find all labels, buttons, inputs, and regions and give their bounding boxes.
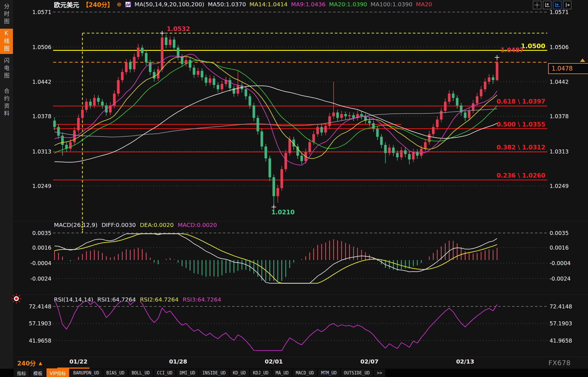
sidebar-item-label: 合约资料 [3,88,10,118]
tab-ma-ud[interactable]: MA_UD [272,369,292,377]
axis-label-right: 0.0035 [550,230,568,236]
watermark: FX678 [548,359,571,367]
axis-label-right: 57.1903 [550,320,572,327]
sidebar-item-kline-chart[interactable]: K线图 [0,29,13,54]
tab-indicators[interactable]: 指标 [14,368,29,377]
macd-dea-value: DEA:0.0020 [140,221,174,228]
macd-title: MACD(26,12,9) [54,221,98,228]
macd-histogram [54,239,497,281]
ma20-label: MA20 [416,1,432,8]
live-indicator-icon [11,293,22,305]
tab-inside-ud[interactable]: INSIDE_UD [199,369,229,377]
sidebar-item-contract-info[interactable]: 合约资料 [0,85,13,121]
high-price-label: 1.0532 [167,26,190,32]
fib-label: 0.618 \ 1.0397 [497,98,545,105]
axis-label-left: 0.0035 [13,230,51,236]
price-up-arrow-icon [580,59,585,62]
axis-label-right: 1.0249 [550,183,568,189]
axis-label-left: -0.0004 [13,260,51,266]
interval-badge: 【240分】 [83,0,113,9]
tab-mtm-ud[interactable]: MTM_UD [318,369,340,377]
fib-label: 0.382 \ 1.0312 [497,144,545,151]
axis-fit-icon[interactable] [543,1,551,9]
panel-separator [13,221,588,221]
axis-label-right: 1.0378 [550,113,568,119]
swing-high-label: 1.0487 [501,47,524,54]
axis-label-right: 0.0016 [550,244,568,251]
axis-label-left: 1.0442 [13,79,51,85]
fib-label: 0.500 \ 1.0355 [497,121,545,128]
tab-vip-indicators[interactable]: VIP指标 [46,368,69,377]
axis-label-left: 1.0506 [13,44,51,50]
tab-barupdn-ud[interactable]: BARUPDN_UD [70,369,102,377]
price-chart[interactable]: 0.618 \ 1.03970.500 \ 1.03550.382 \ 1.03… [53,9,547,221]
symbol-title: 欧元美元 [54,0,79,9]
tab-boll-ud[interactable]: BOLL_UD [128,369,153,377]
date-tick: 02/01 [262,358,285,365]
axis-label-right: -0.0004 [550,260,571,266]
axis-label-left: 1.0249 [13,183,51,189]
panel-separator [13,357,588,357]
panel-separator [13,294,588,295]
ma9-value: MA9:1.0436 [291,1,326,8]
sidebar-item-label: 分时图 [3,3,10,26]
ma100-value: MA100:1.0390 [371,1,412,8]
goto-latest-icon[interactable] [563,1,571,9]
axis-label-right: 1.0442 [550,79,568,85]
macd-macd-value: MACD:0.0020 [178,221,217,228]
sidebar-item-time-chart[interactable]: 分时图 [0,2,13,28]
macd-chart[interactable] [53,230,547,290]
chart-toolbar [533,1,571,9]
fib-label: 0.236 \ 1.0260 [497,172,545,179]
candles [53,33,499,207]
sidebar-item-lightning-chart[interactable]: 闪电图 [0,56,13,82]
move-cross-icon[interactable] [533,1,541,9]
tab-dmi-ud[interactable]: DMI_UD [176,369,198,377]
ma14-value: MA14:1.0414 [249,1,287,8]
chart-header: 欧元美元 【240分】 ⊕ MA(50,14,9,20,100,200) MA5… [54,0,432,9]
tab-kdj-ud[interactable]: KDJ_UD [250,369,272,377]
axis-label-left: 57.1903 [13,320,51,327]
current-price-box: 1.0478 [548,63,588,74]
dea-line [54,234,497,283]
macd-header: MACD(26,12,9) DIFF:0.0030 DEA:0.0020 MAC… [54,221,217,228]
ma-line-MA20 [54,60,497,153]
date-tick: 01/28 [167,358,190,365]
macd-diff-value: DIFF:0.0030 [102,221,136,228]
rsi-chart[interactable] [53,301,547,356]
axis-label-left: -0.0024 [13,275,51,282]
tab-outside-ud[interactable]: OUTSIDE_UD [341,369,373,377]
axis-label-left: 1.0571 [13,9,51,15]
diff-line [54,234,497,283]
axis-play-icon[interactable] [553,1,561,9]
rsi-line [54,301,497,351]
axis-label-left: 0.0016 [13,244,51,251]
kline-mini-icon [125,1,131,7]
yellow-level-label: 1.0500 [521,42,545,50]
axis-label-right: 41.9658 [550,337,572,344]
tab-bias-ud[interactable]: BIAS_UD [103,369,128,377]
footer-interval[interactable]: 240分 ▲ [17,359,42,367]
tab-more[interactable]: >> [374,369,385,377]
interval-up-arrow-icon: ▲ [39,360,42,366]
indicator-tabbar: 指标 模板 VIP指标 BARUPDN_UD BIAS_UD BOLL_UD C… [0,369,588,377]
date-tick: 02/07 [358,358,381,365]
ma-formula: MA(50,14,9,20,100,200) [135,1,205,8]
sidebar-item-label: 闪电图 [3,58,10,80]
add-overlay-icon[interactable]: ⊕ [117,1,122,8]
date-tick: 01/22 [67,358,90,365]
axis-label-left: 1.0378 [13,113,51,119]
tab-templates[interactable]: 模板 [30,368,46,377]
tab-kd-ud[interactable]: KD_UD [230,369,249,377]
extreme-cross-marker [160,31,164,35]
tab-cci-ud[interactable]: CCI_UD [154,369,176,377]
fx-chart-app: { "header": { "symbol": "欧元美元", "interva… [0,0,588,377]
footer-interval-label: 240分 [17,359,36,367]
current-price-value: 1.0478 [552,65,573,72]
sidebar-item-label: K线图 [3,30,10,53]
axis-label-right: 72.4148 [550,303,572,310]
ma50-value: MA50:1.0370 [208,1,246,8]
tab-macd-ud[interactable]: MACD_UD [293,369,317,377]
axis-label-right: 1.0313 [550,148,568,155]
axis-label-right: 1.0506 [550,44,568,50]
